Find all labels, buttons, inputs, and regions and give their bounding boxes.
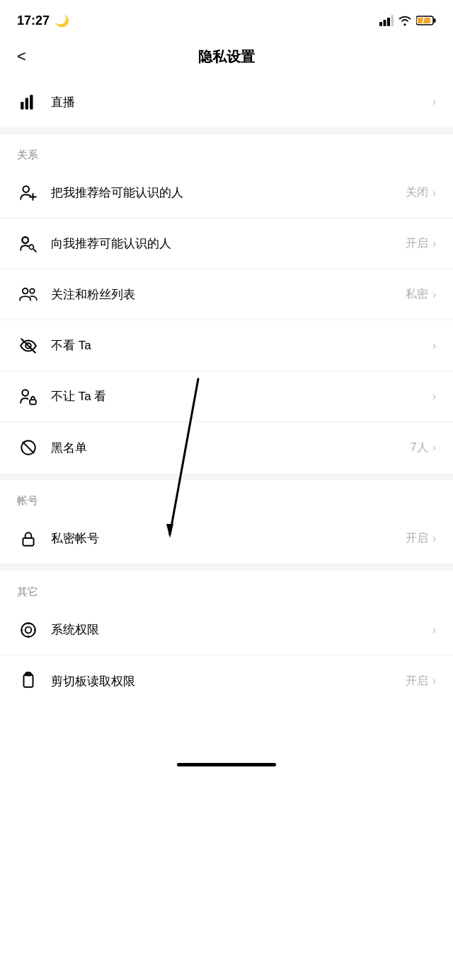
svg-point-28 (28, 622, 30, 624)
menu-value-recommend-to-others: 关闭 (406, 185, 428, 200)
status-time: 17:27 (17, 13, 50, 28)
menu-item-recommend-to-others[interactable]: 把我推荐给可能认识的人 关闭 › (0, 168, 453, 218)
menu-text-clipboard-permissions: 剪切板读取权限 (51, 673, 406, 689)
eye-off-icon (17, 334, 40, 357)
menu-value-clipboard-permissions: 开启 (406, 674, 428, 689)
nav-bar: < 隐私设置 (0, 37, 453, 76)
status-icons (379, 15, 436, 26)
menu-item-clipboard-permissions[interactable]: 剪切板读取权限 开启 › (0, 655, 453, 706)
menu-text-live-stream: 直播 (51, 94, 428, 110)
svg-point-16 (30, 288, 34, 293)
svg-rect-8 (21, 102, 23, 110)
menu-arrow-follow-fans-list: › (432, 288, 436, 301)
svg-point-19 (22, 390, 28, 396)
menu-item-live-stream[interactable]: 直播 › (0, 76, 453, 127)
menu-arrow-system-permissions: › (432, 624, 436, 636)
menu-value-private-account: 开启 (406, 531, 428, 546)
menu-arrow-not-let-ta-see: › (432, 390, 436, 403)
menu-text-system-permissions: 系统权限 (51, 622, 428, 638)
menu-text-not-see-ta: 不看 Ta (51, 337, 428, 354)
menu-text-recommend-to-others: 把我推荐给可能认识的人 (51, 185, 406, 201)
back-button[interactable]: < (17, 47, 26, 66)
svg-rect-5 (434, 18, 436, 23)
svg-point-30 (21, 629, 23, 631)
menu-arrow-blacklist: › (432, 441, 436, 454)
settings-camera-icon (17, 619, 40, 641)
section-label-relations: 关系 (0, 134, 453, 168)
clipboard-icon (17, 670, 40, 692)
menu-item-not-let-ta-see[interactable]: 不让 Ta 看 › (0, 371, 453, 422)
signal-icon (379, 15, 394, 26)
menu-item-private-account[interactable]: 私密帐号 开启 › (0, 513, 453, 564)
menu-text-follow-fans-list: 关注和粉丝列表 (51, 286, 406, 303)
svg-rect-2 (387, 18, 390, 26)
svg-point-11 (23, 186, 29, 192)
home-indicator (0, 749, 453, 775)
menu-text-recommend-others-to-me: 向我推荐可能认识的人 (51, 235, 406, 252)
svg-point-31 (34, 629, 36, 631)
svg-point-26 (21, 623, 35, 637)
section-account: 帐号 私密帐号 开启 › (0, 480, 453, 564)
menu-item-follow-fans-list[interactable]: 关注和粉丝列表 私密 › (0, 269, 453, 320)
svg-rect-10 (30, 95, 33, 110)
section-label-account: 帐号 (0, 480, 453, 513)
svg-rect-0 (379, 22, 382, 26)
menu-arrow-recommend-to-others: › (432, 187, 436, 199)
section-other: 其它 系统权限 › (0, 571, 453, 706)
svg-rect-3 (391, 15, 394, 26)
svg-rect-1 (384, 20, 386, 26)
section-live: 直播 › (0, 76, 453, 127)
divider-3 (0, 564, 453, 571)
status-bar: 17:27 🌙 (0, 0, 453, 37)
menu-arrow-private-account: › (432, 532, 436, 545)
svg-point-13 (22, 237, 28, 243)
svg-line-22 (23, 442, 33, 453)
svg-rect-32 (24, 675, 33, 687)
battery-icon (416, 15, 436, 26)
menu-text-blacklist: 黑名单 (51, 440, 411, 456)
menu-text-not-let-ta-see: 不让 Ta 看 (51, 388, 428, 404)
menu-arrow-clipboard-permissions: › (432, 675, 436, 687)
menu-text-private-account: 私密帐号 (51, 530, 406, 547)
menu-arrow-live-stream: › (432, 95, 436, 108)
menu-item-recommend-others-to-me[interactable]: 向我推荐可能认识的人 开启 › (0, 218, 453, 269)
svg-line-14 (34, 249, 36, 251)
bar-chart-icon (17, 91, 40, 113)
lock-icon (17, 527, 40, 550)
menu-item-not-see-ta[interactable]: 不看 Ta › (0, 320, 453, 371)
divider-1 (0, 127, 453, 134)
menu-item-system-permissions[interactable]: 系统权限 › (0, 605, 453, 655)
spacer (0, 706, 453, 749)
svg-point-29 (28, 635, 30, 637)
wifi-icon (398, 15, 412, 26)
menu-value-follow-fans-list: 私密 (406, 287, 428, 302)
svg-point-15 (23, 288, 28, 293)
person-search-icon (17, 233, 40, 255)
block-icon (17, 436, 40, 459)
section-label-other: 其它 (0, 571, 453, 605)
menu-item-blacklist[interactable]: 黑名单 7人 › (0, 422, 453, 473)
svg-rect-23 (23, 537, 33, 545)
moon-icon: 🌙 (55, 14, 69, 28)
page-title: 隐私设置 (198, 47, 255, 66)
menu-value-recommend-others-to-me: 开启 (406, 236, 428, 251)
menu-value-blacklist: 7人 (411, 441, 428, 455)
section-relations: 关系 把我推荐给可能认识的人 关闭 › (0, 134, 453, 473)
person-lock-icon (17, 385, 40, 408)
home-bar (177, 763, 276, 766)
people-icon (17, 284, 40, 306)
svg-point-27 (25, 626, 32, 633)
svg-rect-20 (30, 399, 36, 404)
menu-arrow-recommend-others-to-me: › (432, 238, 436, 250)
person-add-icon (17, 182, 40, 204)
menu-arrow-not-see-ta: › (432, 339, 436, 352)
svg-rect-9 (25, 98, 28, 110)
divider-2 (0, 473, 453, 480)
